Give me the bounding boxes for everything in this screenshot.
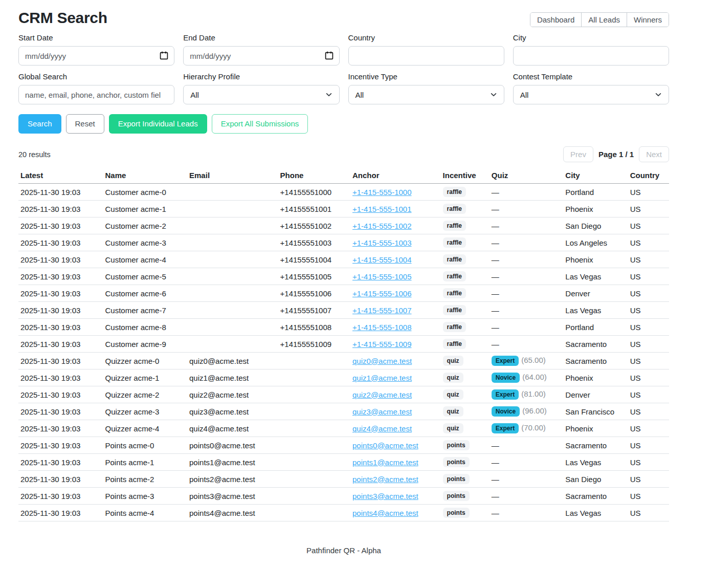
cell-latest: 2025-11-30 19:03: [18, 285, 103, 302]
anchor-link[interactable]: +1-415-555-1007: [352, 306, 412, 315]
cell-incentive: quiz: [441, 403, 490, 420]
incentive-type-select[interactable]: All: [348, 85, 504, 104]
quiz-level-badge: Novice: [492, 373, 520, 383]
cell-city: Las Vegas: [563, 302, 628, 319]
anchor-link[interactable]: points4@acme.test: [352, 509, 418, 517]
column-header-name: Name: [103, 167, 188, 184]
anchor-link[interactable]: points1@acme.test: [352, 458, 418, 467]
anchor-link[interactable]: +1-415-555-1008: [352, 323, 412, 332]
quiz-empty-dash: —: [492, 255, 499, 264]
anchor-link[interactable]: +1-415-555-1004: [352, 255, 412, 264]
incentive-badge: quiz: [443, 356, 463, 366]
next-page-button[interactable]: Next: [639, 146, 669, 162]
export-individual-leads-button[interactable]: Export Individual Leads: [109, 114, 207, 134]
cell-latest: 2025-11-30 19:03: [18, 336, 103, 353]
reset-button[interactable]: Reset: [66, 114, 104, 134]
table-row: 2025-11-30 19:03 Customer acme-8 +141555…: [18, 319, 669, 336]
city-input[interactable]: [513, 46, 669, 66]
cell-anchor: points1@acme.test: [350, 454, 441, 471]
quiz-empty-dash: —: [492, 323, 499, 332]
column-header-email: Email: [187, 167, 278, 184]
incentive-badge: raffle: [443, 288, 466, 298]
nav-all-leads-button[interactable]: All Leads: [581, 13, 627, 27]
cell-country: US: [628, 488, 669, 505]
end-date-input[interactable]: [183, 46, 339, 66]
footer-text: Pathfinder QR - Alpha: [18, 546, 669, 578]
cell-email: [187, 201, 278, 217]
search-button[interactable]: Search: [18, 114, 61, 134]
export-all-submissions-button[interactable]: Export All Submissions: [212, 114, 308, 134]
anchor-link[interactable]: quiz2@acme.test: [352, 390, 412, 399]
start-date-input[interactable]: [18, 46, 174, 66]
table-row: 2025-11-30 19:03 Customer acme-2 +141555…: [18, 217, 669, 234]
cell-anchor: points4@acme.test: [350, 505, 441, 521]
cell-phone: [278, 488, 350, 505]
table-row: 2025-11-30 19:03 Quizzer acme-1 quiz1@ac…: [18, 369, 669, 386]
cell-anchor: +1-415-555-1009: [350, 336, 441, 353]
quiz-empty-dash: —: [492, 340, 499, 349]
cell-email: [187, 319, 278, 336]
cell-email: quiz4@acme.test: [187, 420, 278, 437]
cell-name: Points acme-1: [103, 454, 188, 471]
incentive-badge: raffle: [443, 254, 466, 265]
filter-form: Start Date End Date Country City: [18, 33, 669, 104]
cell-country: US: [628, 201, 669, 217]
quiz-empty-dash: —: [492, 509, 499, 517]
quiz-empty-dash: —: [492, 289, 499, 298]
contest-template-select[interactable]: All: [513, 85, 669, 104]
cell-phone: +14155551008: [278, 319, 350, 336]
cell-name: Customer acme-8: [103, 319, 188, 336]
column-header-phone: Phone: [278, 167, 350, 184]
cell-email: [187, 336, 278, 353]
pagination: Prev Page 1 / 1 Next: [563, 146, 669, 162]
anchor-link[interactable]: +1-415-555-1002: [352, 222, 412, 230]
anchor-link[interactable]: +1-415-555-1001: [352, 205, 412, 213]
cell-latest: 2025-11-30 19:03: [18, 184, 103, 201]
cell-quiz: Expert(65.00): [490, 353, 563, 369]
cell-city: Las Vegas: [563, 454, 628, 471]
city-field: City: [513, 33, 669, 66]
nav-dashboard-button[interactable]: Dashboard: [530, 13, 581, 27]
anchor-link[interactable]: points0@acme.test: [352, 441, 418, 450]
prev-page-button[interactable]: Prev: [563, 146, 593, 162]
anchor-link[interactable]: +1-415-555-1000: [352, 188, 412, 197]
cell-incentive: raffle: [441, 319, 490, 336]
table-row: 2025-11-30 19:03 Customer acme-6 +141555…: [18, 285, 669, 302]
cell-country: US: [628, 184, 669, 201]
cell-anchor: quiz1@acme.test: [350, 369, 441, 386]
quiz-score: (70.00): [521, 423, 546, 432]
cell-phone: +14155551005: [278, 268, 350, 285]
cell-incentive: raffle: [441, 201, 490, 217]
cell-incentive: quiz: [441, 369, 490, 386]
anchor-link[interactable]: +1-415-555-1006: [352, 289, 412, 298]
cell-phone: +14155551007: [278, 302, 350, 319]
cell-city: San Diego: [563, 471, 628, 488]
country-input[interactable]: [348, 46, 504, 66]
cell-city: Los Angeles: [563, 234, 628, 251]
cell-quiz: —: [490, 437, 563, 454]
hierarchy-profile-select[interactable]: All: [183, 85, 339, 104]
anchor-link[interactable]: quiz1@acme.test: [352, 374, 412, 382]
cell-city: Phoenix: [563, 420, 628, 437]
cell-city: Sacramento: [563, 336, 628, 353]
cell-name: Quizzer acme-3: [103, 403, 188, 420]
cell-city: Portland: [563, 184, 628, 201]
anchor-link[interactable]: points3@acme.test: [352, 492, 418, 500]
anchor-link[interactable]: quiz4@acme.test: [352, 424, 412, 433]
cell-phone: +14155551003: [278, 234, 350, 251]
anchor-link[interactable]: +1-415-555-1005: [352, 272, 412, 281]
incentive-badge: quiz: [443, 373, 463, 383]
global-search-input[interactable]: [18, 85, 174, 104]
cell-phone: [278, 437, 350, 454]
cell-latest: 2025-11-30 19:03: [18, 437, 103, 454]
cell-email: [187, 285, 278, 302]
start-date-control: [18, 46, 174, 66]
quiz-score: (65.00): [521, 356, 546, 364]
nav-winners-button[interactable]: Winners: [627, 13, 669, 27]
anchor-link[interactable]: +1-415-555-1009: [352, 340, 412, 349]
anchor-link[interactable]: quiz3@acme.test: [352, 407, 412, 416]
anchor-link[interactable]: points2@acme.test: [352, 475, 418, 484]
anchor-link[interactable]: quiz0@acme.test: [352, 357, 412, 365]
anchor-link[interactable]: +1-415-555-1003: [352, 238, 412, 247]
incentive-badge: quiz: [443, 423, 463, 433]
